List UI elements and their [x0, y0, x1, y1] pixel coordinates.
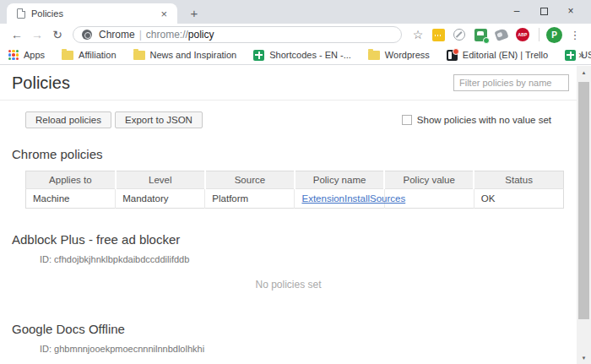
col-policy-name: Policy name: [295, 171, 384, 189]
bookmark-label: Wordpress: [385, 50, 430, 60]
window-controls: – ×: [503, 0, 584, 22]
url-scheme: chrome://: [146, 29, 188, 41]
green-site-icon: [565, 50, 576, 61]
site-info-icon[interactable]: [82, 30, 92, 40]
col-applies-to: Applies to: [26, 171, 116, 189]
bookmark-label: News and Inspiration: [150, 50, 237, 60]
extension-gdocs-id: ID: ghbmnnjooekpmoecnnnilnnbdlolhkhi: [40, 344, 577, 354]
new-tab-button[interactable]: +: [184, 5, 204, 22]
green-extension-icon[interactable]: [473, 27, 488, 42]
hand-extension-icon[interactable]: [494, 27, 509, 42]
table-header-row: Applies to Level Source Policy name Poli…: [26, 171, 564, 189]
maximize-button[interactable]: [530, 2, 557, 20]
trello-icon: [447, 50, 458, 61]
url-site-label: Chrome: [99, 29, 135, 41]
menu-dots-icon[interactable]: ⋮: [566, 25, 584, 44]
policy-name-link[interactable]: ExtensionInstallSources: [301, 193, 405, 204]
policy-page: Policies Reload policies Export to JSON …: [0, 66, 577, 364]
col-status: Status: [474, 171, 563, 189]
url-divider: |: [135, 29, 146, 41]
table-row: Machine Mandatory Platform ExtensionInst…: [26, 189, 564, 209]
cell-source: Platform: [205, 189, 295, 209]
page-header: Policies: [0, 66, 577, 101]
tab-policies[interactable]: Policies ×: [7, 3, 177, 24]
export-to-json-button[interactable]: Export to JSON: [115, 111, 203, 128]
tab-close-icon[interactable]: ×: [157, 8, 171, 20]
bookmark-label: Apps: [24, 50, 45, 60]
url-host: policy: [188, 29, 214, 41]
no-policies-text: No policies set: [0, 279, 577, 291]
filter-policies-input[interactable]: [453, 74, 569, 91]
tab-title: Policies: [31, 8, 157, 19]
maximize-icon: [540, 8, 548, 15]
bookmark-wordpress[interactable]: Wordpress: [368, 50, 430, 60]
bookmark-news-inspiration[interactable]: News and Inspiration: [133, 50, 237, 60]
cell-applies-to: Machine: [26, 189, 116, 209]
chrome-policies-heading: Chrome policies: [12, 147, 577, 161]
browser-toolbar: ← → ↻ Chrome|chrome://policy ☆ ABP P ⋮: [0, 24, 591, 46]
green-site-icon: [253, 50, 264, 61]
bookmarks-overflow-chevron[interactable]: »: [578, 49, 584, 61]
compass-extension-icon[interactable]: [452, 27, 467, 42]
extension-adblock-id: ID: cfhdojbkjhnklbpkdaibdccddilifddb: [40, 254, 577, 264]
chrome-policies-table: Applies to Level Source Policy name Poli…: [25, 171, 564, 209]
apps-grid-icon: [8, 50, 19, 60]
bookmark-editorial-trello[interactable]: Editorial (EN) | Trello: [447, 50, 548, 61]
reload-button[interactable]: ↻: [47, 24, 68, 45]
actions-row: Reload policies Export to JSON Show poli…: [25, 111, 551, 128]
bookmark-label: Shortcodes - EN -...: [269, 50, 351, 60]
url-text: Chrome|chrome://policy: [99, 29, 214, 41]
button-group: Reload policies Export to JSON: [25, 111, 203, 128]
col-source: Source: [205, 171, 295, 189]
cell-level: Mandatory: [116, 189, 205, 209]
browser-window: Policies × + – × ← → ↻ Chrome|chrome://p…: [0, 0, 591, 364]
minimize-button[interactable]: –: [503, 2, 530, 20]
forward-button[interactable]: →: [27, 24, 47, 45]
cell-policy-name: ExtensionInstallSources: [295, 189, 384, 209]
cell-status: OK: [474, 189, 563, 209]
bookmark-affiliation[interactable]: Affiliation: [62, 50, 116, 60]
back-button[interactable]: ←: [7, 24, 27, 45]
bookmark-apps[interactable]: Apps: [8, 50, 45, 60]
scroll-down-icon[interactable]: ▼: [577, 351, 591, 364]
col-level: Level: [116, 171, 205, 189]
col-policy-value: Policy value: [384, 171, 474, 189]
page-title: Policies: [12, 73, 70, 93]
bookmark-label: Editorial (EN) | Trello: [463, 50, 548, 60]
scroll-up-icon[interactable]: ▲: [577, 66, 591, 79]
folder-icon: [133, 51, 145, 60]
tab-strip: Policies × + – ×: [0, 0, 591, 24]
profile-avatar[interactable]: P: [546, 27, 562, 43]
close-button[interactable]: ×: [557, 2, 584, 20]
document-icon: [17, 8, 25, 19]
reload-policies-button[interactable]: Reload policies: [25, 111, 111, 128]
address-bar[interactable]: Chrome|chrome://policy: [73, 26, 402, 43]
folder-icon: [62, 51, 73, 60]
extension-icons: ABP: [431, 27, 530, 42]
extension-gdocs-heading: Google Docs Offline: [12, 322, 577, 336]
bookmark-label: Affiliation: [79, 50, 116, 60]
folder-icon: [368, 51, 380, 60]
extension-adblock-heading: Adblock Plus - free ad blocker: [12, 232, 577, 247]
bookmark-star-icon[interactable]: ☆: [409, 25, 427, 44]
show-unset-label: Show policies with no value set: [417, 115, 551, 125]
bookmarks-bar: Apps Affiliation News and Inspiration Sh…: [0, 46, 591, 65]
show-unset-checkbox[interactable]: [402, 115, 412, 125]
scrollbar-thumb[interactable]: [578, 82, 589, 319]
adblock-plus-icon[interactable]: ABP: [515, 27, 530, 42]
toolbar-separator: [539, 28, 539, 41]
show-unset-control: Show policies with no value set: [402, 115, 551, 125]
yellow-extension-icon[interactable]: [431, 27, 446, 42]
vertical-scrollbar[interactable]: ▲ ▼: [577, 66, 591, 364]
bookmark-shortcodes[interactable]: Shortcodes - EN -...: [253, 50, 351, 61]
